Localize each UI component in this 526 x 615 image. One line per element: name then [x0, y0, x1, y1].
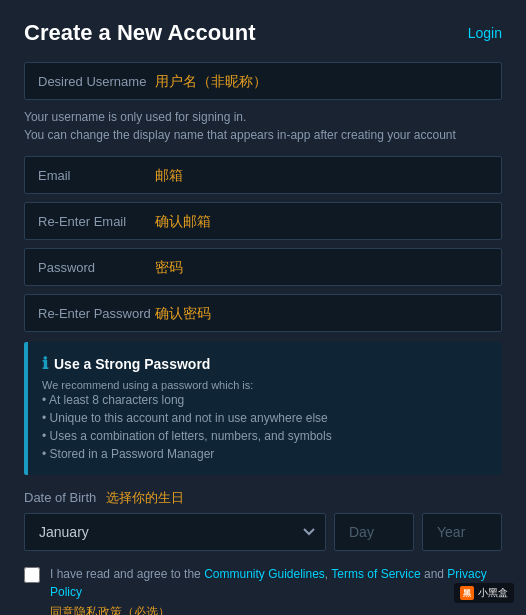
header-row: Create a New Account Login — [24, 20, 502, 46]
terms-label: I have read and agree to the Community G… — [50, 565, 502, 615]
re-password-group: Re-Enter Password — [24, 294, 502, 332]
terms-checkbox-row: I have read and agree to the Community G… — [24, 565, 502, 615]
email-wrapper: Email — [24, 156, 502, 194]
re-password-input[interactable] — [24, 294, 502, 332]
username-wrapper: Desired Username — [24, 62, 502, 100]
watermark-text: 小黑盒 — [478, 586, 508, 600]
dob-section: Date of Birth 选择你的生日 January February Ma… — [24, 489, 502, 551]
username-group: Desired Username — [24, 62, 502, 100]
month-select[interactable]: January February March April May June Ju… — [24, 513, 326, 551]
watermark-icon: 黑 — [460, 586, 474, 600]
dob-label-row: Date of Birth 选择你的生日 — [24, 489, 502, 507]
terms-of-service-link[interactable]: Terms of Service — [331, 567, 420, 581]
dob-label-text: Date of Birth — [24, 490, 96, 505]
password-tip-intro: We recommend using a password which is: — [42, 379, 488, 391]
terms-sep2: and — [421, 567, 448, 581]
password-tip-title: ℹ Use a Strong Password — [42, 354, 488, 373]
community-guidelines-link[interactable]: Community Guidelines — [204, 567, 325, 581]
password-tip-heading: Use a Strong Password — [54, 356, 210, 372]
re-email-group: Re-Enter Email — [24, 202, 502, 240]
tip-bullet-1: At least 8 characters long — [42, 391, 488, 409]
username-input[interactable] — [24, 62, 502, 100]
watermark: 黑 小黑盒 — [454, 583, 514, 603]
re-password-wrapper: Re-Enter Password — [24, 294, 502, 332]
year-input[interactable] — [422, 513, 502, 551]
email-input[interactable] — [24, 156, 502, 194]
login-link[interactable]: Login — [468, 25, 502, 41]
password-tip-list: At least 8 characters long Unique to thi… — [42, 391, 488, 463]
password-input[interactable] — [24, 248, 502, 286]
page-container: Create a New Account Login Desired Usern… — [0, 0, 526, 615]
tip-bullet-3: Uses a combination of letters, numbers, … — [42, 427, 488, 445]
password-tip-box: ℹ Use a Strong Password We recommend usi… — [24, 342, 502, 475]
username-hint-line1: Your username is only used for signing i… — [24, 108, 502, 126]
re-email-wrapper: Re-Enter Email — [24, 202, 502, 240]
tip-bullet-4: Stored in a Password Manager — [42, 445, 488, 463]
username-hint-line2: You can change the display name that app… — [24, 126, 502, 144]
dob-hint: 选择你的生日 — [106, 490, 184, 505]
username-hint: Your username is only used for signing i… — [24, 108, 502, 144]
day-input[interactable] — [334, 513, 414, 551]
terms-chinese: 同意隐私政策（必选） — [50, 603, 502, 615]
password-wrapper: Password — [24, 248, 502, 286]
terms-pre-text: I have read and agree to the — [50, 567, 204, 581]
page-title: Create a New Account — [24, 20, 255, 46]
tip-bullet-2: Unique to this account and not in use an… — [42, 409, 488, 427]
re-email-input[interactable] — [24, 202, 502, 240]
dob-row: January February March April May June Ju… — [24, 513, 502, 551]
terms-checkbox[interactable] — [24, 567, 40, 583]
email-group: Email — [24, 156, 502, 194]
password-group: Password — [24, 248, 502, 286]
info-icon: ℹ — [42, 354, 48, 373]
